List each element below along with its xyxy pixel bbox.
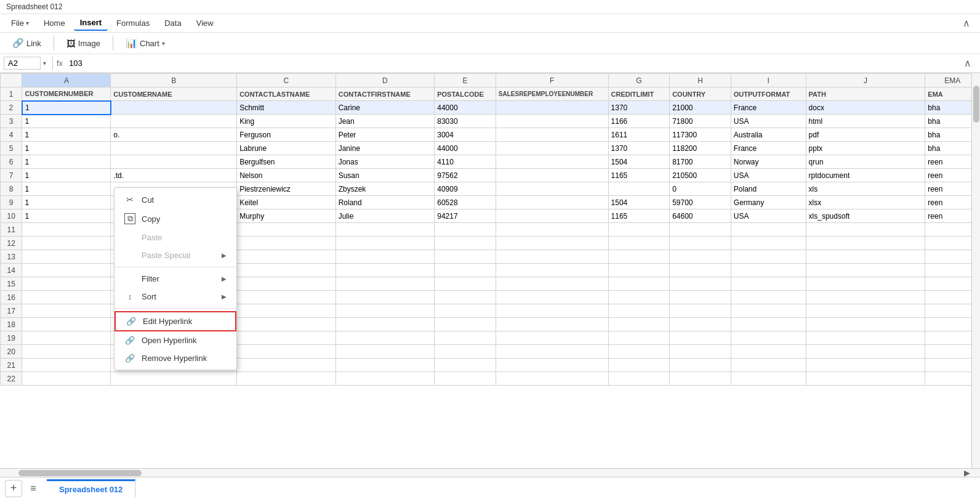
- col-header-e[interactable]: E: [435, 74, 496, 87]
- empty-cell-16-4[interactable]: [435, 291, 496, 304]
- empty-cell-11-7[interactable]: [670, 223, 731, 237]
- empty-cell-14-4[interactable]: [435, 264, 496, 277]
- empty-cell-22-7[interactable]: [670, 372, 731, 386]
- empty-cell-19-3[interactable]: [335, 331, 435, 345]
- empty-cell-12-5[interactable]: [496, 237, 608, 250]
- empty-cell-12-8[interactable]: [731, 237, 806, 250]
- empty-cell-20-5[interactable]: [496, 345, 608, 359]
- empty-cell-16-5[interactable]: [496, 291, 608, 304]
- cell-a-7[interactable]: 1: [22, 169, 111, 182]
- empty-cell-13-9[interactable]: [806, 250, 925, 264]
- vertical-scrollbar[interactable]: [971, 73, 980, 468]
- empty-cell-16-0[interactable]: [22, 291, 111, 304]
- cell-j-10[interactable]: xls_spudsoft: [806, 209, 925, 223]
- cell-i-6[interactable]: Norway: [731, 155, 806, 169]
- empty-cell-12-9[interactable]: [806, 237, 925, 250]
- empty-cell-22-0[interactable]: [22, 372, 111, 386]
- cell-f-5[interactable]: [496, 142, 608, 155]
- cell-h-7[interactable]: 210500: [670, 169, 731, 182]
- cell-i-4[interactable]: Australia: [731, 128, 806, 142]
- menu-file[interactable]: File ▾: [5, 16, 35, 30]
- empty-cell-20-0[interactable]: [22, 345, 111, 359]
- empty-cell-14-9[interactable]: [806, 264, 925, 277]
- cell-g-7[interactable]: 1165: [608, 169, 670, 182]
- empty-cell-16-7[interactable]: [670, 291, 731, 304]
- empty-cell-19-0[interactable]: [22, 331, 111, 345]
- empty-cell-22-9[interactable]: [806, 372, 925, 386]
- empty-cell-18-8[interactable]: [731, 318, 806, 331]
- cell-f-4[interactable]: [496, 128, 608, 142]
- cell-g-3[interactable]: 1166: [608, 115, 670, 128]
- empty-cell-21-7[interactable]: [670, 359, 731, 372]
- cell-j-4[interactable]: pdf: [806, 128, 925, 142]
- empty-cell-18-9[interactable]: [806, 318, 925, 331]
- empty-cell-22-5[interactable]: [496, 372, 608, 386]
- empty-cell-15-7[interactable]: [670, 277, 731, 291]
- empty-cell-14-5[interactable]: [496, 264, 608, 277]
- empty-cell-11-9[interactable]: [806, 223, 925, 237]
- empty-cell-18-6[interactable]: [608, 318, 670, 331]
- cell-j-6[interactable]: qrun: [806, 155, 925, 169]
- empty-cell-12-2[interactable]: [237, 237, 336, 250]
- empty-cell-15-5[interactable]: [496, 277, 608, 291]
- col-header-f[interactable]: F: [496, 74, 608, 87]
- empty-cell-11-0[interactable]: [22, 223, 111, 237]
- empty-cell-11-3[interactable]: [335, 223, 435, 237]
- empty-cell-20-8[interactable]: [731, 345, 806, 359]
- empty-cell-18-7[interactable]: [670, 318, 731, 331]
- empty-cell-12-3[interactable]: [335, 237, 435, 250]
- vertical-scrollbar-thumb[interactable]: [973, 86, 979, 123]
- empty-cell-12-7[interactable]: [670, 237, 731, 250]
- empty-cell-17-3[interactable]: [335, 304, 435, 318]
- empty-cell-20-2[interactable]: [237, 345, 336, 359]
- ctx-filter[interactable]: Filter ▶: [114, 270, 236, 288]
- empty-cell-15-9[interactable]: [806, 277, 925, 291]
- empty-cell-12-0[interactable]: [22, 237, 111, 250]
- cell-h-2[interactable]: 21000: [670, 101, 731, 115]
- menu-insert[interactable]: Insert: [74, 15, 108, 31]
- empty-cell-19-8[interactable]: [731, 331, 806, 345]
- cell-f-10[interactable]: [496, 209, 608, 223]
- cell-d-3[interactable]: Jean: [335, 115, 435, 128]
- menu-formulas[interactable]: Formulas: [110, 16, 156, 30]
- cell-d-4[interactable]: Peter: [335, 128, 435, 142]
- cell-j-5[interactable]: pptx: [806, 142, 925, 155]
- empty-cell-16-2[interactable]: [237, 291, 336, 304]
- empty-cell-15-6[interactable]: [608, 277, 670, 291]
- cell-f-3[interactable]: [496, 115, 608, 128]
- empty-cell-14-6[interactable]: [608, 264, 670, 277]
- empty-cell-13-2[interactable]: [237, 250, 336, 264]
- cell-d-2[interactable]: Carine: [335, 101, 435, 115]
- cell-g-8[interactable]: [608, 182, 670, 196]
- cell-a-8[interactable]: 1: [22, 182, 111, 196]
- cell-d-6[interactable]: Jonas: [335, 155, 435, 169]
- empty-cell-21-4[interactable]: [435, 359, 496, 372]
- col-header-g[interactable]: G: [608, 74, 670, 87]
- empty-cell-11-4[interactable]: [435, 223, 496, 237]
- ctx-remove-hyperlink[interactable]: 🔗 Remove Hyperlink: [114, 349, 236, 367]
- col-header-a[interactable]: A: [22, 74, 111, 87]
- empty-cell-15-3[interactable]: [335, 277, 435, 291]
- empty-cell-20-3[interactable]: [335, 345, 435, 359]
- empty-cell-17-4[interactable]: [435, 304, 496, 318]
- cell-c-3[interactable]: King: [237, 115, 336, 128]
- add-sheet-button[interactable]: +: [5, 480, 22, 497]
- empty-cell-11-6[interactable]: [608, 223, 670, 237]
- cell-i-9[interactable]: Germany: [731, 196, 806, 209]
- empty-cell-17-9[interactable]: [806, 304, 925, 318]
- empty-cell-17-6[interactable]: [608, 304, 670, 318]
- cell-f-7[interactable]: [496, 169, 608, 182]
- empty-cell-22-8[interactable]: [731, 372, 806, 386]
- empty-cell-17-5[interactable]: [496, 304, 608, 318]
- col-header-d[interactable]: D: [335, 74, 435, 87]
- cell-i-5[interactable]: France: [731, 142, 806, 155]
- image-button[interactable]: 🖼 Image: [62, 36, 105, 51]
- empty-cell-21-5[interactable]: [496, 359, 608, 372]
- empty-cell-13-7[interactable]: [670, 250, 731, 264]
- cell-f-2[interactable]: [496, 101, 608, 115]
- empty-cell-22-6[interactable]: [608, 372, 670, 386]
- empty-cell-14-8[interactable]: [731, 264, 806, 277]
- cell-j-2[interactable]: docx: [806, 101, 925, 115]
- empty-cell-13-8[interactable]: [731, 250, 806, 264]
- menu-view[interactable]: View: [190, 16, 220, 30]
